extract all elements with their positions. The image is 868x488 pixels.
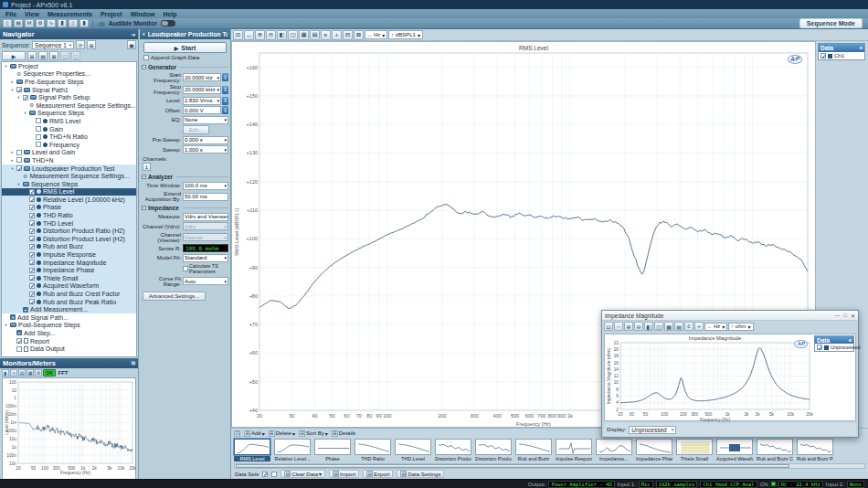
tree-checkbox[interactable] (29, 252, 35, 258)
tree-item-post-sequence-steps[interactable]: ▾Post-Sequence Steps (2, 322, 136, 330)
thumbnail-thiele-small[interactable]: Thiele Small (676, 439, 713, 461)
minimize-icon[interactable]: — (834, 313, 840, 319)
tree-item-distortion-product-ratio-h2[interactable]: Distortion Product Ratio (H2) (2, 227, 136, 235)
tree-checkbox[interactable] (36, 126, 41, 132)
tree-checkbox[interactable] (29, 236, 35, 241)
zoom-in-icon[interactable]: ⊕ (255, 30, 265, 40)
tree-checkbox[interactable] (16, 346, 22, 352)
append-graph-data-checkbox[interactable] (143, 55, 149, 60)
collapse-icon[interactable]: « (859, 45, 863, 51)
monitors-icon[interactable]: M (25, 19, 34, 27)
data-set-1-checkbox[interactable] (262, 472, 268, 477)
y-unit-select[interactable]: ↕ dBSPL1▾ (388, 30, 423, 39)
expander-icon[interactable]: ▾ (4, 323, 8, 327)
tree-item-add-signal-path[interactable]: +Add Signal Path... (2, 313, 136, 322)
graph-select-icon[interactable]: ⊡ (233, 30, 243, 40)
curve-fit-range-field[interactable]: Auto▾ (183, 277, 228, 285)
meters-grid-view-icon[interactable]: ▦ (26, 369, 34, 377)
cursors-icon[interactable]: + (332, 30, 342, 40)
thumbnail-rub-and-buzz[interactable]: Rub and Buzz (515, 439, 552, 461)
monitor-settings-icon[interactable]: ⚙ (35, 369, 42, 377)
tree-checkbox[interactable] (29, 283, 35, 289)
impedance-chart[interactable]: 2220181614121086422030501002003005001k2k… (604, 334, 856, 421)
thumbnail-phase[interactable]: Phase (314, 439, 351, 461)
monitor-on-indicator[interactable]: ON (43, 369, 56, 377)
menu-window[interactable]: Window (131, 11, 155, 17)
tree-checkbox[interactable] (29, 196, 35, 202)
tree-checkbox[interactable] (36, 134, 41, 140)
tree-item-report[interactable]: Report (2, 337, 136, 345)
dual-view-icon[interactable]: ◫ (288, 30, 298, 40)
settings-icon[interactable]: ⚙ (36, 19, 45, 27)
menu-file[interactable]: File (5, 11, 16, 17)
stop-frequency-stepper[interactable]: ▲▼ (222, 86, 228, 94)
expander-icon[interactable]: ▾ (10, 88, 15, 92)
legend-toggle-icon[interactable]: ≡ (684, 322, 693, 331)
tree-item-thd-ratio[interactable]: THD Ratio (2, 211, 136, 219)
tree-item-pre-sequence-steps[interactable]: ▸Pre-Sequence Steps (2, 78, 136, 86)
thumbnail-scrollbar[interactable] (234, 463, 865, 469)
imp-collapse-icon[interactable]: « (848, 337, 852, 344)
tree-item-thd-n-ratio[interactable]: THD+N Ratio (2, 133, 136, 141)
channels-button[interactable]: 1 (143, 163, 151, 171)
thumbnail-impulse-response[interactable]: Impulse Response (556, 439, 592, 461)
open-project-icon[interactable]: ▤ (14, 19, 23, 27)
sequence-mode-button[interactable]: Sequence Mode (799, 18, 863, 28)
export-button[interactable]: ▤Export (363, 470, 393, 478)
tree-item-rub-and-buzz[interactable]: Rub and Buzz (2, 243, 136, 251)
tree-item-sequence-steps[interactable]: ▾Sequence Steps (2, 180, 136, 188)
thumbnail-distortion-product[interactable]: Distortion Product... (475, 439, 512, 461)
menu-view[interactable]: View (25, 11, 39, 17)
imp-x-unit-select[interactable]: ↔ Hz▾ (704, 323, 727, 331)
thumbnail-impedance[interactable]: Impedance... (596, 439, 632, 461)
tree-checkbox[interactable] (16, 87, 22, 92)
sort-by-button[interactable]: ⊞Sort By▾ (299, 430, 328, 437)
model-fit-field[interactable]: Standard▾ (183, 254, 228, 262)
tree-checkbox[interactable] (29, 189, 35, 195)
fft-monitor-view-icon[interactable]: ∿ (10, 369, 17, 377)
menu-help[interactable]: Help (163, 11, 176, 17)
tree-checkbox[interactable] (23, 95, 28, 101)
time-window-field[interactable]: 100.0 ms▾ (183, 182, 228, 190)
imp-y-unit-select[interactable]: ↕ ohm▾ (728, 323, 753, 331)
advanced-settings-button[interactable]: Advanced Settings... (143, 292, 206, 301)
display-select[interactable]: Unprocessed▾ (629, 426, 676, 434)
tree-item-loudspeaker-production-test[interactable]: ▾Loudspeaker Production Test (2, 164, 136, 173)
x-unit-select[interactable]: ↔ Hz▾ (365, 30, 387, 39)
sequence-copy-icon[interactable]: ⊞ (87, 40, 96, 49)
export-graph-icon[interactable]: ⊠ (354, 30, 364, 40)
thumbnail-thd-ratio[interactable]: THD Ratio (355, 439, 391, 461)
level-stepper[interactable]: ▲▼ (222, 97, 228, 105)
output-meter-icon[interactable]: ▮ (79, 19, 89, 27)
details-button[interactable]: ⊞Details (332, 430, 355, 437)
sequence-select[interactable]: Sequence 1▾ (32, 41, 74, 49)
tree-checkbox[interactable] (29, 275, 35, 281)
stop-frequency-field[interactable]: 20.0000 kHz▾ (183, 86, 221, 94)
tree-item-sequencer-properties[interactable]: ⚙Sequencer Properties... (2, 70, 136, 79)
tree-checkbox[interactable] (16, 338, 22, 344)
offset-stepper[interactable]: ▲▼ (222, 106, 228, 114)
import-button[interactable]: ▤Import (329, 470, 359, 478)
single-view-icon[interactable]: ◧ (277, 30, 287, 40)
expander-icon[interactable]: ▾ (4, 64, 8, 69)
scope-monitor-view-icon[interactable]: ▤ (18, 369, 26, 377)
grid-toggle-icon[interactable]: ▤ (674, 322, 683, 331)
tree-item-data-output[interactable]: Data Output (2, 345, 136, 353)
input-meter-icon[interactable]: ▯ (69, 19, 78, 27)
data-panel-item-ch1[interactable]: Ch1 (819, 52, 864, 59)
tree-checkbox[interactable] (36, 142, 41, 147)
zoom-out-icon[interactable]: ⊖ (266, 30, 276, 40)
start-frequency-stepper[interactable]: ▲▼ (222, 73, 228, 81)
pin-icon[interactable]: ⇥ (131, 31, 135, 37)
tree-item-acquired-waveform[interactable]: Acquired Waveform (2, 282, 136, 291)
zoom-in-icon[interactable]: ⊕ (624, 322, 633, 331)
cursors-icon[interactable]: + (694, 322, 704, 331)
expander-icon[interactable]: ▸ (10, 150, 15, 154)
thumbnail-rub-and-buzz-crest[interactable]: Rub and Buzz Crest... (757, 439, 793, 461)
level-meters-view-icon[interactable]: ▮ (2, 369, 9, 377)
thumbnail-impedance-phase[interactable]: Impedance Phase (636, 439, 672, 461)
thumbnail-view-icon[interactable]: ⊡ (234, 430, 240, 437)
tree-item-rms-level[interactable]: RMS Level (2, 188, 136, 196)
ch1-checkbox[interactable] (820, 53, 826, 58)
tree-item-frequency[interactable]: Frequency (2, 141, 136, 149)
